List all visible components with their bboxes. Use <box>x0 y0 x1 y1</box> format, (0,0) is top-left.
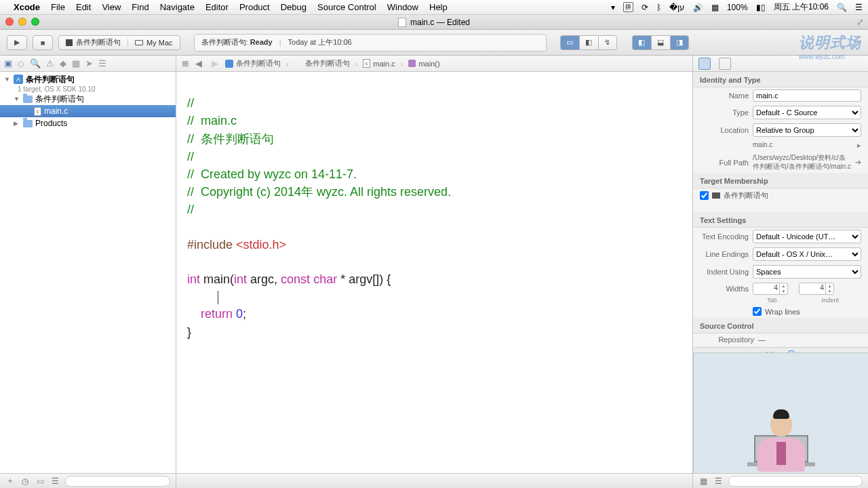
scm-filter-icon[interactable]: ▭ <box>35 476 45 486</box>
xcodeproj-icon: A <box>14 75 23 84</box>
notification-center-icon[interactable]: ☰ <box>855 3 863 12</box>
menuextra-wifi-icon[interactable]: �ען <box>669 3 685 12</box>
project-navigator-icon[interactable]: ▣ <box>4 58 12 68</box>
text-encoding-select[interactable]: Default - Unicode (UT… <box>753 230 861 243</box>
device-icon <box>135 40 143 45</box>
library-filter-field[interactable] <box>728 476 863 487</box>
navigator-filter-field[interactable] <box>65 476 170 487</box>
presenter-figure <box>757 412 805 473</box>
fullscreen-icon[interactable]: ⤢ <box>856 17 864 27</box>
stop-button[interactable]: ■ <box>33 35 53 50</box>
menu-file[interactable]: File <box>51 2 65 12</box>
file-name-field[interactable] <box>753 89 861 102</box>
menu-view[interactable]: View <box>102 2 121 12</box>
menu-source-control[interactable]: Source Control <box>317 2 376 12</box>
choose-location-icon[interactable]: ▸ <box>857 141 861 150</box>
wrap-lines-checkbox[interactable] <box>753 307 762 316</box>
library-grid-icon[interactable]: ▦ <box>698 476 708 486</box>
test-navigator-icon[interactable]: ◆ <box>60 58 66 68</box>
quick-help-inspector-icon[interactable] <box>719 58 731 70</box>
status-time: Today at 上午10:06 <box>288 37 352 47</box>
scheme-selector[interactable]: 条件判断语句 My Mac <box>58 35 180 50</box>
debug-navigator-icon[interactable]: ▦ <box>72 58 80 68</box>
history-forward-button[interactable]: ▶ <box>209 58 221 68</box>
related-items-icon[interactable]: ▦ <box>182 59 189 68</box>
target-membership-checkbox[interactable] <box>700 191 709 200</box>
menu-debug[interactable]: Debug <box>281 2 307 12</box>
history-back-button[interactable]: ◀ <box>193 58 205 68</box>
source-control-header: Source Control <box>693 318 868 333</box>
menuextra-vpn-icon[interactable]: ▾ <box>611 3 615 12</box>
menu-navigate[interactable]: Navigate <box>160 2 195 12</box>
report-navigator-icon[interactable]: ☰ <box>98 58 106 68</box>
line-endings-select[interactable]: Default - OS X / Unix… <box>753 247 861 261</box>
view-toggle-group: ◧ ⬓ ◨ <box>632 35 689 50</box>
activity-view: 条件判断语句: Ready | Today at 上午10:06 <box>194 34 547 52</box>
menuextra-battery-pct[interactable]: 100% <box>727 3 748 12</box>
menuextra-input-icon[interactable]: 拼 <box>623 2 633 12</box>
toggle-navigator-button[interactable]: ◧ <box>632 35 651 50</box>
folder-icon <box>23 96 33 103</box>
indent-using-select[interactable]: Spaces <box>753 265 861 279</box>
menu-help[interactable]: Help <box>429 2 448 12</box>
window-traffic-lights <box>5 18 39 26</box>
mac-menubar: Xcode File Edit View Find Navigate Edito… <box>0 0 868 15</box>
menuextra-volume-icon[interactable]: 🔊 <box>693 3 703 12</box>
text-caret <box>218 291 218 304</box>
editor-mode-group: ▭ ◧ ↯ <box>560 35 617 50</box>
indent-width-stepper[interactable]: 4▲▼ <box>799 283 834 295</box>
toggle-utilities-button[interactable]: ◨ <box>670 35 689 50</box>
tree-project-row[interactable]: ▼A 条件判断语句 <box>0 73 176 85</box>
assistant-editor-button[interactable]: ◧ <box>579 35 598 50</box>
tab-width-stepper[interactable]: 4▲▼ <box>753 283 788 295</box>
target-icon <box>712 192 720 199</box>
full-path-value: /Users/wyzc/Desktop/资料/c/条件判断语句/条件判断语句/m… <box>753 154 851 171</box>
folder-icon <box>23 120 33 127</box>
menu-app[interactable]: Xcode <box>14 2 40 12</box>
menu-editor[interactable]: Editor <box>205 2 229 12</box>
folder-icon <box>294 60 302 66</box>
menuextra-clock[interactable]: 周五 上午10:06 <box>774 1 829 13</box>
menuextra-sync-icon[interactable]: ⟳ <box>642 3 648 12</box>
menu-window[interactable]: Window <box>387 2 418 12</box>
menuextra-bluetooth-icon[interactable]: ᛒ <box>656 3 661 12</box>
file-type-select[interactable]: Default - C Source <box>753 106 861 119</box>
breakpoint-navigator-icon[interactable]: ➤ <box>85 58 93 68</box>
tree-file-main-c[interactable]: c main.c <box>0 105 176 117</box>
spotlight-icon[interactable]: 🔍 <box>837 3 847 12</box>
presenter-video-overlay <box>693 352 868 473</box>
bottom-bar: ＋ ◷ ▭ ☰ ▦ ☰ <box>0 473 868 488</box>
issue-navigator-icon[interactable]: ⚠ <box>46 58 54 68</box>
toggle-debug-area-button[interactable]: ⬓ <box>651 35 670 50</box>
standard-editor-button[interactable]: ▭ <box>560 35 579 50</box>
scheme-target-label: 条件判断语句 <box>76 37 121 47</box>
source-editor[interactable]: // // main.c // 条件判断语句 // // Created by … <box>176 72 693 473</box>
recent-files-icon[interactable]: ◷ <box>20 476 30 486</box>
file-inspector-icon[interactable] <box>698 58 711 70</box>
text-settings-header: Text Settings <box>693 212 868 228</box>
run-button[interactable]: ▶ <box>7 35 27 50</box>
menu-find[interactable]: Find <box>132 2 149 12</box>
function-icon <box>408 60 416 67</box>
find-navigator-icon[interactable]: 🔍 <box>30 58 41 68</box>
version-editor-button[interactable]: ↯ <box>598 35 617 50</box>
tree-group-row[interactable]: ▼ 条件判断语句 <box>0 93 176 105</box>
project-navigator: ▼A 条件判断语句 1 target, OS X SDK 10.10 ▼ 条件判… <box>0 72 176 473</box>
filter-icon[interactable]: ☰ <box>50 476 60 486</box>
reveal-in-finder-icon[interactable]: ➜ <box>855 158 861 167</box>
menuextra-battery-icon[interactable]: ▮▯ <box>756 3 766 12</box>
menu-product[interactable]: Product <box>239 2 270 12</box>
add-target-icon[interactable]: ＋ <box>5 476 15 486</box>
window-title: main.c — Edited <box>410 18 470 27</box>
symbol-navigator-icon[interactable]: ◇ <box>18 58 24 68</box>
document-proxy-icon[interactable] <box>398 18 406 27</box>
minimize-button[interactable] <box>18 18 26 26</box>
close-button[interactable] <box>5 18 14 26</box>
zoom-button[interactable] <box>31 18 39 26</box>
location-select[interactable]: Relative to Group <box>753 123 861 137</box>
tree-products-row[interactable]: ▶ Products <box>0 117 176 129</box>
library-list-icon[interactable]: ☰ <box>713 476 723 486</box>
jump-bar[interactable]: ▦ ◀ ▶ 条件判断语句 条件判断语句 cmain.c main() <box>176 56 693 71</box>
menuextra-date-icon[interactable]: ▦ <box>711 3 719 12</box>
menu-edit[interactable]: Edit <box>76 2 91 12</box>
